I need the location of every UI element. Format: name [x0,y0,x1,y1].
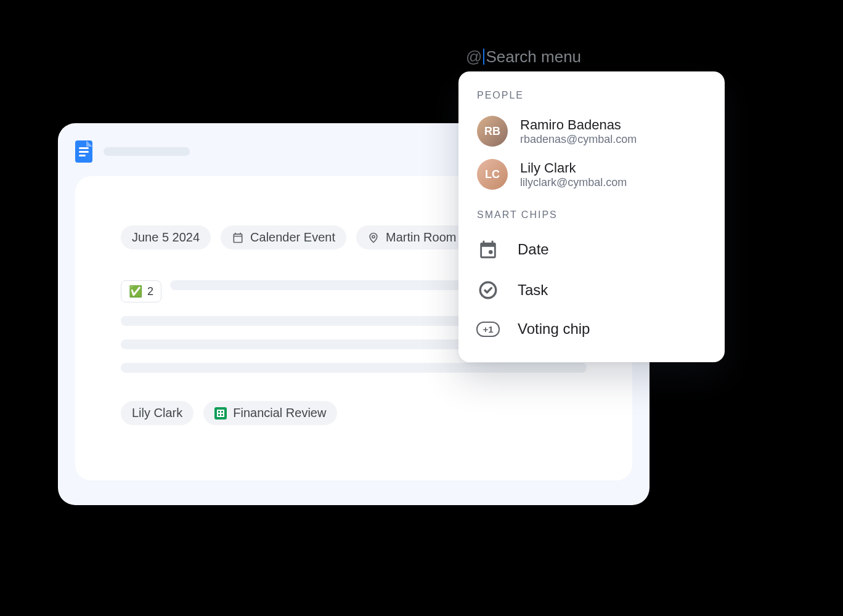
person-name: Lily Clark [520,160,627,176]
smart-chip-date[interactable]: Date [458,229,725,270]
person-item-ramiro[interactable]: RB Ramiro Badenas rbadenas@cymbal.com [458,110,725,153]
calendar-icon [232,232,244,244]
calendar-date-icon [477,239,499,260]
smart-chip-label: Task [518,282,548,299]
file-chip-label: Financial Review [233,406,326,420]
at-symbol: @ [466,47,482,67]
doc-title-placeholder [104,147,190,156]
avatar: RB [477,116,508,147]
date-chip-label: June 5 2024 [132,230,200,245]
calendar-event-chip-label: Calender Event [250,230,335,245]
calendar-event-chip[interactable]: Calender Event [221,225,346,249]
room-chip-label: Martin Room [386,230,456,245]
smart-chip-voting[interactable]: +1 Voting chip [458,310,725,347]
text-cursor [483,49,484,65]
voting-chip[interactable]: ✅ 2 [121,280,161,302]
at-mention-menu: PEOPLE RB Ramiro Badenas rbadenas@cymbal… [458,71,725,362]
date-chip[interactable]: June 5 2024 [121,225,211,249]
smart-chips-section-label: SMART CHIPS [458,209,725,229]
person-email: lilyclark@cymbal.com [520,176,627,189]
person-chip-label: Lily Clark [132,406,182,420]
people-section-label: PEOPLE [458,90,725,110]
search-placeholder: Search menu [486,47,581,67]
plus-one-icon: +1 [477,322,499,337]
person-chip[interactable]: Lily Clark [121,401,193,425]
text-placeholder [121,363,587,373]
vote-count: 2 [147,285,153,298]
smart-chip-task[interactable]: Task [458,270,725,310]
check-icon: ✅ [129,285,142,298]
person-name: Ramiro Badenas [520,117,637,133]
svg-point-0 [372,235,375,238]
smart-chip-label: Voting chip [518,320,590,338]
sheets-icon [214,407,227,419]
smart-chip-label: Date [518,241,549,258]
task-check-icon [477,280,499,301]
room-chip[interactable]: Martin Room [356,225,467,249]
avatar: LC [477,159,508,190]
chip-row-bottom: Lily Clark Financial Review [121,401,587,425]
location-pin-icon [367,232,380,244]
person-email: rbadenas@cymbal.com [520,133,637,146]
google-docs-icon [75,140,92,163]
person-item-lily[interactable]: LC Lily Clark lilyclark@cymbal.com [458,153,725,196]
svg-point-1 [489,250,493,254]
file-chip[interactable]: Financial Review [203,401,337,425]
at-mention-trigger[interactable]: @ Search menu [466,46,581,67]
